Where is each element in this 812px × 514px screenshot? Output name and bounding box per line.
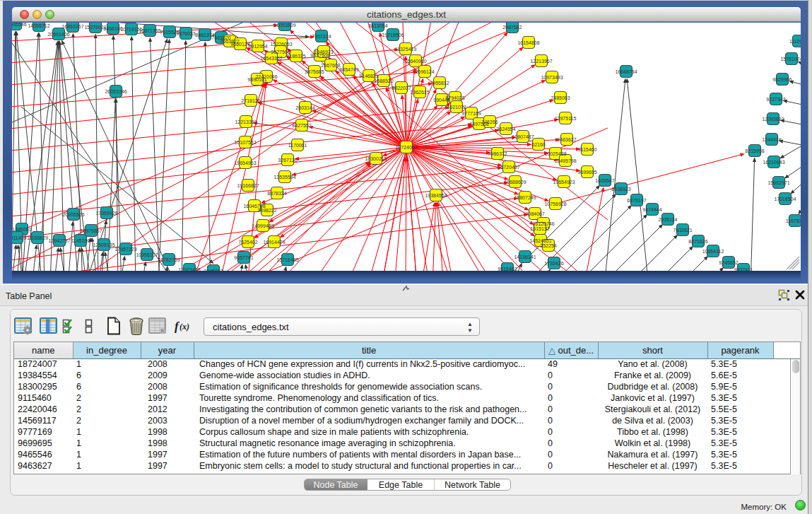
svg-text:2718126: 2718126: [241, 98, 260, 103]
svg-text:1362615: 1362615: [410, 90, 429, 95]
svg-text:10607487: 10607487: [512, 134, 534, 139]
svg-text:7632621: 7632621: [673, 228, 692, 233]
svg-text:8813054: 8813054: [368, 23, 387, 28]
svg-text:12923468: 12923468: [178, 267, 200, 271]
svg-text:1145190: 1145190: [71, 238, 90, 243]
svg-text:19218506: 19218506: [382, 33, 404, 37]
svg-text:9876033: 9876033: [176, 31, 195, 36]
svg-text:10654112: 10654112: [702, 249, 724, 254]
svg-text:16543362: 16543362: [260, 56, 282, 61]
svg-text:8912954: 8912954: [248, 44, 267, 49]
svg-text:3267130: 3267130: [278, 158, 297, 163]
svg-text:8938923: 8938923: [611, 187, 630, 192]
svg-text:16648784: 16648784: [615, 69, 637, 74]
svg-text:1112045: 1112045: [789, 39, 801, 44]
svg-text:14524851: 14524851: [529, 238, 551, 243]
svg-text:10107552: 10107552: [234, 140, 256, 145]
svg-text:9245013: 9245013: [204, 269, 223, 271]
svg-text:1409547: 1409547: [595, 178, 614, 183]
svg-text:11325419: 11325419: [395, 47, 417, 52]
svg-text:20206526: 20206526: [62, 212, 84, 217]
svg-text:26053346: 26053346: [105, 89, 126, 94]
svg-text:8215958: 8215958: [745, 148, 764, 153]
svg-text:12213967: 12213967: [530, 59, 552, 64]
svg-text:9890161: 9890161: [247, 77, 266, 82]
svg-text:8822037: 8822037: [392, 86, 411, 90]
svg-text:1167533: 1167533: [786, 218, 801, 223]
svg-text:10975867: 10975867: [80, 228, 102, 233]
svg-text:3624554: 3624554: [496, 127, 515, 132]
svg-text:16053809: 16053809: [273, 23, 295, 28]
svg-text:16210643: 16210643: [763, 160, 784, 165]
svg-text:16671355: 16671355: [139, 28, 160, 33]
svg-text:7485063: 7485063: [551, 95, 570, 100]
svg-text:9515462: 9515462: [498, 267, 517, 271]
svg-text:12942737: 12942737: [48, 238, 70, 243]
svg-text:3875685: 3875685: [305, 69, 324, 74]
svg-text:19384554: 19384554: [425, 193, 447, 198]
svg-text:15720407: 15720407: [498, 165, 519, 170]
svg-text:252254: 252254: [540, 243, 556, 248]
svg-text:2935114: 2935114: [659, 217, 678, 222]
svg-text:7625402: 7625402: [238, 240, 257, 245]
svg-text:12213369: 12213369: [235, 119, 257, 124]
svg-text:9084067: 9084067: [525, 211, 544, 216]
svg-text:12605546: 12605546: [12, 23, 27, 27]
svg-text:9660124: 9660124: [230, 42, 249, 47]
svg-text:3911409: 3911409: [12, 235, 26, 240]
svg-text:(x): (x): [180, 322, 189, 332]
svg-text:15692971: 15692971: [767, 180, 789, 185]
svg-text:2803144: 2803144: [295, 105, 314, 110]
svg-text:13535594: 13535594: [273, 175, 295, 180]
svg-text:9463627: 9463627: [557, 137, 576, 142]
svg-text:8471626: 8471626: [688, 239, 707, 244]
svg-text:1170061: 1170061: [288, 143, 307, 148]
svg-text:16640910: 16640910: [404, 59, 426, 64]
svg-text:1733426: 1733426: [544, 261, 563, 266]
svg-text:9227343: 9227343: [766, 97, 785, 102]
svg-text:746266: 746266: [481, 119, 498, 124]
svg-text:10688609: 10688609: [504, 180, 526, 185]
svg-text:9777169: 9777169: [461, 111, 481, 116]
svg-text:1621072: 1621072: [447, 105, 466, 110]
svg-text:9474444: 9474444: [642, 207, 661, 212]
svg-text:10025438: 10025438: [544, 151, 566, 156]
svg-text:62160: 62160: [531, 142, 546, 147]
svg-text:19166827: 19166827: [237, 183, 259, 188]
svg-text:1696124: 1696124: [415, 69, 434, 74]
svg-text:9302411: 9302411: [734, 267, 753, 271]
svg-text:7955812: 7955812: [430, 81, 449, 86]
svg-text:9657791: 9657791: [234, 255, 253, 260]
svg-text:17957223: 17957223: [114, 247, 136, 252]
svg-text:8186325: 8186325: [286, 54, 305, 59]
svg-text:8427552: 8427552: [292, 123, 311, 128]
svg-text:8454749: 8454749: [339, 67, 358, 72]
svg-text:18300215: 18300215: [365, 156, 387, 161]
svg-text:16120746: 16120746: [532, 221, 554, 226]
svg-text:2687682: 2687682: [502, 25, 522, 30]
svg-text:14055712: 14055712: [28, 23, 49, 28]
svg-text:3498222: 3498222: [257, 208, 276, 213]
svg-text:12975115: 12975115: [555, 116, 577, 121]
svg-text:6879197: 6879197: [627, 198, 646, 203]
svg-text:18724007: 18724007: [395, 145, 417, 150]
svg-text:1546973: 1546973: [314, 49, 333, 54]
svg-text:9245652: 9245652: [719, 260, 738, 265]
svg-text:1244419: 1244419: [762, 137, 781, 142]
svg-text:19654963: 19654963: [234, 160, 256, 165]
svg-text:12505135: 12505135: [93, 243, 114, 247]
svg-text:16853267: 16853267: [61, 24, 83, 29]
svg-text:14099489: 14099489: [252, 223, 273, 228]
svg-text:16914479: 16914479: [263, 240, 285, 245]
svg-text:11156829: 11156829: [27, 235, 48, 240]
svg-text:19654923: 19654923: [553, 180, 575, 185]
svg-text:6794028: 6794028: [445, 95, 464, 100]
svg-text:8878334: 8878334: [267, 191, 286, 196]
svg-text:1485061: 1485061: [12, 227, 31, 232]
svg-text:9115460: 9115460: [578, 147, 597, 152]
svg-text:9699695: 9699695: [577, 170, 596, 175]
svg-text:1615132: 1615132: [530, 226, 549, 231]
svg-text:10973493: 10973493: [541, 75, 563, 80]
svg-text:20691406: 20691406: [47, 32, 69, 37]
svg-text:9146821: 9146821: [359, 74, 378, 78]
